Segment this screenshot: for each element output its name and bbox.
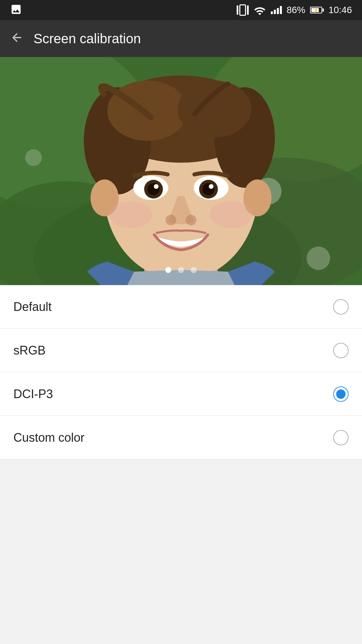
radio-dcip3[interactable] <box>333 386 349 402</box>
svg-point-15 <box>178 80 251 138</box>
options-list: Default sRGB DCI-P3 Custom color <box>0 285 362 460</box>
status-bar-left <box>10 3 22 17</box>
nav-bar: Screen calibration <box>0 20 362 57</box>
option-custom[interactable]: Custom color <box>0 416 362 460</box>
carousel-indicators <box>165 267 197 273</box>
option-dcip3-label: DCI-P3 <box>13 387 53 401</box>
battery-icon: ⚡ <box>310 7 324 13</box>
option-dcip3[interactable]: DCI-P3 <box>0 372 362 416</box>
signal-icon <box>271 6 282 14</box>
radio-srgb[interactable] <box>333 343 349 358</box>
dot-2[interactable] <box>178 267 184 273</box>
back-button[interactable] <box>10 31 23 46</box>
vibrate-icon <box>237 4 249 16</box>
option-custom-label: Custom color <box>13 431 84 445</box>
status-bar: 86% ⚡ 10:46 <box>0 0 362 20</box>
wifi-icon <box>253 5 266 15</box>
option-srgb-label: sRGB <box>13 343 46 358</box>
option-default[interactable]: Default <box>0 285 362 329</box>
dot-1[interactable] <box>165 267 171 273</box>
photo-face <box>0 57 362 285</box>
preview-image <box>0 57 362 285</box>
svg-point-27 <box>186 215 196 225</box>
svg-point-26 <box>166 215 176 225</box>
option-default-label: Default <box>13 300 52 314</box>
svg-point-28 <box>109 201 153 228</box>
photo-icon <box>10 3 22 15</box>
radio-custom[interactable] <box>333 430 349 445</box>
svg-point-8 <box>307 247 330 270</box>
status-time: 10:46 <box>328 5 352 15</box>
option-srgb[interactable]: sRGB <box>0 329 362 372</box>
svg-point-29 <box>209 201 253 228</box>
svg-point-7 <box>25 149 42 166</box>
page-title: Screen calibration <box>34 31 141 46</box>
svg-point-25 <box>209 184 214 189</box>
dot-3[interactable] <box>191 267 197 273</box>
radio-dcip3-inner <box>336 389 346 399</box>
bottom-spacer <box>0 460 362 644</box>
radio-default[interactable] <box>333 299 349 315</box>
svg-point-21 <box>154 184 159 189</box>
battery-percent: 86% <box>287 5 305 15</box>
